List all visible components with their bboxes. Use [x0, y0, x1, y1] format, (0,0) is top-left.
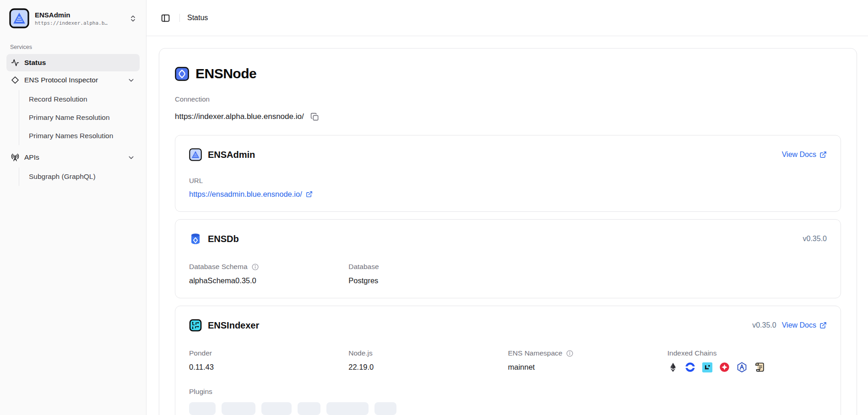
connection-switcher[interactable]: ENSAdmin https://indexer.alpha.b… — [6, 5, 140, 32]
plugins-chips-row — [189, 402, 827, 415]
field-database: DatabasePostgres — [348, 263, 508, 285]
view-docs-label: View Docs — [782, 151, 816, 159]
topbar: Status — [146, 0, 868, 36]
radio-tower-icon — [11, 153, 19, 162]
ensdb-card: ENSDb v0.35.0 Database SchemaalphaSchema… — [175, 219, 841, 298]
field-ens-namespace: ENS Namespacemainnet — [508, 349, 667, 373]
plugins-block: Plugins — [189, 388, 827, 415]
sidebar-app-title: ENSAdmin — [35, 11, 108, 19]
connection-url: https://indexer.alpha.blue.ensnode.io/ — [175, 112, 304, 121]
page-content: ENSNode Connection https://indexer.alpha… — [146, 36, 868, 415]
sidebar-toggle-button[interactable] — [158, 11, 172, 25]
chain-optimism-icon — [719, 361, 730, 373]
ensadmin-logo-icon — [9, 8, 29, 28]
ensadmin-card: ENSAdmin View Docs URL https://ensadmin.… — [175, 135, 841, 212]
chevron-down-icon — [127, 76, 135, 84]
field-indexed-chains: Indexed Chains — [667, 349, 827, 373]
ensadmin-card-actions: View Docs — [782, 151, 827, 159]
plugins-label: Plugins — [189, 388, 212, 396]
sidebar-item-apis[interactable]: APIs — [6, 149, 140, 166]
chain-base-icon — [684, 361, 696, 373]
field-label-row: Database Schema — [189, 263, 348, 271]
sidebar-item-label: APIs — [24, 153, 39, 162]
ensindexer-card-actions: v0.35.0 View Docs — [752, 321, 827, 329]
ensdb-card-actions: v0.35.0 — [803, 235, 827, 243]
ensnode-logo-icon — [175, 67, 189, 81]
ensdb-version: v0.35.0 — [803, 235, 827, 243]
chain-scroll-icon — [754, 361, 765, 373]
external-link-icon — [819, 151, 827, 158]
connection-info: ENSAdmin https://indexer.alpha.b… — [35, 11, 108, 26]
chain-linea-icon — [702, 362, 713, 373]
ensadmin-card-header: ENSAdmin View Docs — [189, 148, 827, 161]
chevrons-up-down-icon — [129, 15, 137, 22]
sidebar-sublist-ens-protocol-inspector: Record ResolutionPrimary Name Resolution… — [19, 90, 140, 145]
plugin-chip — [326, 402, 369, 415]
field-label-row: Node.js — [348, 349, 508, 357]
sidebar-connection-url: https://indexer.alpha.b… — [35, 20, 108, 26]
field-label-row: Indexed Chains — [667, 349, 827, 357]
page-title: ENSNode — [195, 66, 256, 81]
ensadmin-card-title: ENSAdmin — [208, 150, 255, 160]
ensindexer-view-docs-link[interactable]: View Docs — [782, 321, 827, 329]
connection-row: https://indexer.alpha.blue.ensnode.io/ — [175, 112, 841, 121]
field-label-row: Ponder — [189, 349, 348, 357]
ensadmin-url-link[interactable]: https://ensadmin.blue.ensnode.io/ — [189, 190, 313, 199]
plugin-chip — [222, 402, 255, 415]
diamond-icon — [11, 76, 19, 84]
ensindexer-card-header: ENSIndexer v0.35.0 View Docs — [189, 319, 827, 332]
activity-icon — [11, 59, 19, 67]
field-label-row: Database — [348, 263, 508, 271]
main-area: Status ENSNode Connection https://indexe… — [146, 0, 868, 415]
ensadmin-card-icon — [189, 148, 202, 161]
indexed-chains-row — [667, 361, 827, 373]
chain-arbitrum-icon — [736, 361, 748, 373]
plugin-chip — [261, 402, 292, 415]
ensdb-card-icon — [189, 232, 202, 245]
sidebar-item-primary-name-resolution[interactable]: Primary Name Resolution — [19, 108, 140, 127]
topbar-divider — [179, 14, 180, 22]
chain-ethereum-icon — [667, 362, 678, 373]
sidebar-sublist-apis: Subgraph (GraphQL) — [19, 167, 140, 186]
ensadmin-view-docs-link[interactable]: View Docs — [782, 151, 827, 159]
ensindexer-card-icon — [189, 319, 202, 332]
ensdb-fields: Database SchemaalphaSchema0.35.0Database… — [189, 263, 827, 285]
field-label-row: ENS Namespace — [508, 349, 667, 357]
sidebar-item-record-resolution[interactable]: Record Resolution — [19, 90, 140, 108]
ensindexer-fields: Ponder0.11.43Node.js22.19.0ENS Namespace… — [189, 349, 827, 373]
field-label: Node.js — [348, 349, 373, 357]
info-icon[interactable] — [251, 263, 259, 271]
ensdb-card-title: ENSDb — [208, 234, 239, 244]
field-value: 22.19.0 — [348, 363, 508, 372]
ensnode-status-card: ENSNode Connection https://indexer.alpha… — [159, 48, 857, 415]
field-ponder: Ponder0.11.43 — [189, 349, 348, 373]
field-label: Database Schema — [189, 263, 248, 271]
services-section-label: Services — [10, 44, 136, 50]
sidebar-item-subgraph-graphql[interactable]: Subgraph (GraphQL) — [19, 167, 140, 186]
field-label: Database — [348, 263, 379, 271]
external-link-icon — [819, 322, 827, 329]
sidebar-item-status[interactable]: Status — [6, 54, 140, 71]
ensdb-card-header: ENSDb v0.35.0 — [189, 232, 827, 245]
plugin-chip — [189, 402, 216, 415]
external-link-icon — [306, 191, 313, 198]
field-value: mainnet — [508, 363, 667, 372]
field-label: Ponder — [189, 349, 212, 357]
chevron-down-icon — [127, 154, 135, 162]
field-node-js: Node.js22.19.0 — [348, 349, 508, 373]
field-value: Postgres — [348, 276, 508, 285]
sidebar-item-primary-names-resolution[interactable]: Primary Names Resolution — [19, 127, 140, 145]
field-label: Indexed Chains — [667, 349, 717, 357]
copy-icon[interactable] — [310, 113, 319, 121]
plugin-chip — [374, 402, 396, 415]
sidebar-nav: StatusENS Protocol InspectorRecord Resol… — [6, 54, 140, 186]
url-label: URL — [189, 177, 827, 184]
field-label: ENS Namespace — [508, 349, 563, 357]
info-icon[interactable] — [566, 350, 574, 357]
connection-label: Connection — [175, 95, 841, 103]
breadcrumb: Status — [187, 14, 208, 22]
sidebar: ENSAdmin https://indexer.alpha.b… Servic… — [0, 0, 146, 415]
sidebar-item-ens-protocol-inspector[interactable]: ENS Protocol Inspector — [6, 71, 140, 89]
sidebar-item-label: Status — [24, 59, 46, 67]
view-docs-label: View Docs — [782, 321, 816, 329]
